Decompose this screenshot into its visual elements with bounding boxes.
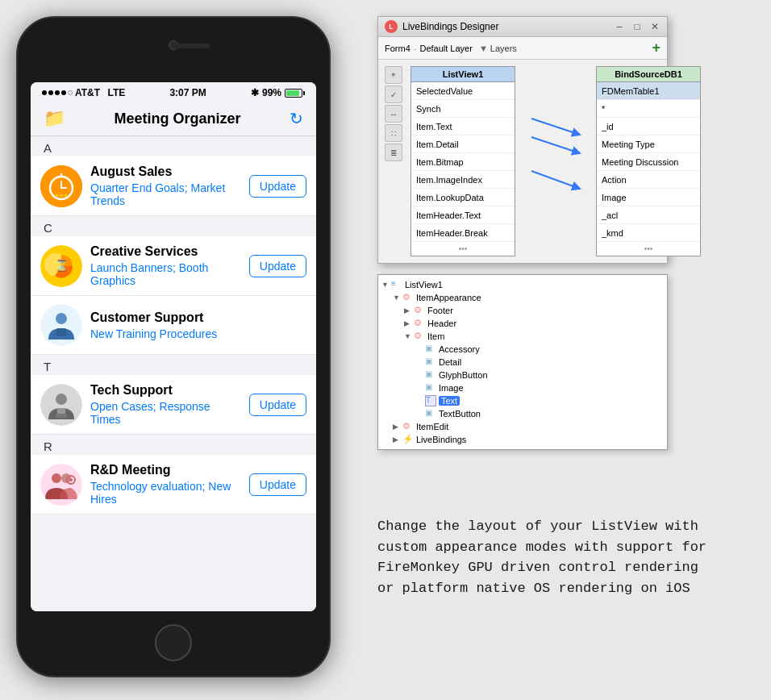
bs-row-fdmemtable[interactable]: FDMemTable1 bbox=[597, 82, 700, 100]
svg-rect-5 bbox=[55, 194, 58, 197]
section-header-t: T bbox=[31, 355, 316, 375]
svg-rect-12 bbox=[56, 328, 66, 336]
update-btn-tech-support[interactable]: Update bbox=[249, 394, 306, 416]
home-button[interactable] bbox=[155, 624, 192, 661]
description-text: Change the layout of your ListView with … bbox=[377, 516, 748, 598]
tree-itemedit[interactable]: ▶ ⚙ ItemEdit bbox=[381, 420, 664, 433]
tree-textbutton[interactable]: ▣ TextButton bbox=[381, 407, 664, 420]
bs-row-meetingdiscussion[interactable]: Meeting Discussion bbox=[597, 153, 700, 171]
item-icon-rd-meeting bbox=[40, 464, 82, 506]
tree-expand-lb[interactable]: ▶ bbox=[393, 435, 402, 444]
tree-livebindings[interactable]: ▶ ⚡ LiveBindings bbox=[381, 433, 664, 446]
tree-label-textbutton: TextButton bbox=[439, 409, 481, 419]
lv-row-itemimageindex[interactable]: Item.ImageIndex bbox=[411, 171, 515, 189]
tree-label-glyph: GlyphButton bbox=[439, 370, 488, 380]
window-buttons[interactable]: – □ ✕ bbox=[614, 21, 661, 32]
item-icon-tech-support bbox=[40, 384, 82, 426]
lv-row-synch[interactable]: Synch bbox=[411, 100, 515, 118]
tree-listview1[interactable]: ▼ ≡ ListView1 bbox=[381, 278, 664, 291]
desc-line1: Change the layout of your ListView with bbox=[377, 516, 748, 537]
svg-line-24 bbox=[531, 171, 580, 189]
bs-row-id[interactable]: _id bbox=[597, 118, 700, 135]
list-item-creative-services[interactable]: ⏳ Creative Services Launch Banners; Boot… bbox=[31, 236, 316, 296]
layout-tool[interactable]: ≣ bbox=[385, 144, 402, 161]
tree-expand-header[interactable]: ▶ bbox=[404, 319, 414, 327]
layers-button[interactable]: ▼ Layers bbox=[479, 44, 517, 53]
lv-row-itemheadertext[interactable]: ItemHeader.Text bbox=[411, 206, 515, 224]
signal-dot-2 bbox=[48, 90, 53, 95]
tree-expand-footer[interactable]: ▶ bbox=[404, 306, 414, 315]
tree-view: ▼ ≡ ListView1 ▼ ⚙ ItemAppearance ▶ ⚙ Foo… bbox=[377, 274, 668, 450]
cursor-tool[interactable]: ⌖ bbox=[385, 66, 402, 84]
side-toolbar: ⌖ ✓ ↔ ∷ ≣ bbox=[385, 66, 402, 256]
tree-header[interactable]: ▶ ⚙ Header bbox=[381, 317, 664, 330]
update-btn-rd-meeting[interactable]: Update bbox=[249, 473, 306, 496]
add-button[interactable]: + bbox=[652, 40, 661, 56]
bindsource-table: BindSourceDB1 FDMemTable1 * _id Meeting … bbox=[596, 66, 701, 256]
tree-label-header: Header bbox=[427, 319, 456, 328]
tree-item[interactable]: ▼ ⚙ Item bbox=[381, 330, 664, 343]
item-icon-customer-support bbox=[40, 304, 82, 346]
list-content[interactable]: A bbox=[31, 136, 316, 611]
svg-point-17 bbox=[40, 464, 82, 506]
svg-rect-7 bbox=[65, 194, 68, 197]
list-item-tech-support[interactable]: Tech Support Open Cases; Response Times … bbox=[31, 375, 316, 435]
lv-row-selectedvalue[interactable]: SelectedValue bbox=[411, 82, 515, 100]
folder-icon[interactable]: 📁 bbox=[44, 108, 65, 129]
bs-more[interactable]: ••• bbox=[597, 242, 700, 256]
lv-row-itemdetail[interactable]: Item.Detail bbox=[411, 135, 515, 153]
list-item-customer-support[interactable]: Customer Support New Training Procedures bbox=[31, 296, 316, 355]
lv-row-itembitmap[interactable]: Item.Bitmap bbox=[411, 153, 515, 171]
update-btn-creative-services[interactable]: Update bbox=[249, 255, 306, 277]
lv-row-itemheaderbreak[interactable]: ItemHeader.Break bbox=[411, 224, 515, 242]
close-btn[interactable]: ✕ bbox=[649, 21, 661, 32]
minimize-btn[interactable]: – bbox=[614, 21, 625, 32]
bs-row-meetingtype[interactable]: Meeting Type bbox=[597, 135, 700, 153]
bs-row-acl[interactable]: _acl bbox=[597, 206, 700, 224]
bs-row-star[interactable]: * bbox=[597, 100, 700, 118]
lv-row-itemlookupdata[interactable]: Item.LookupData bbox=[411, 189, 515, 206]
tree-footer[interactable]: ▶ ⚙ Footer bbox=[381, 304, 664, 317]
bs-row-image[interactable]: Image bbox=[597, 189, 700, 206]
bs-row-kmd[interactable]: _kmd bbox=[597, 224, 700, 242]
tree-icon-itemedit: ⚙ bbox=[402, 421, 414, 432]
tree-itemappearance[interactable]: ▼ ⚙ ItemAppearance bbox=[381, 291, 664, 304]
tree-expand-text bbox=[415, 397, 425, 405]
lv-row-itemtext[interactable]: Item.Text bbox=[411, 118, 515, 135]
grid-tool[interactable]: ∷ bbox=[385, 124, 402, 142]
tree-icon-glyph: ▣ bbox=[425, 369, 436, 381]
tree-text[interactable]: T Text bbox=[381, 394, 664, 407]
update-btn-august-sales[interactable]: Update bbox=[249, 175, 306, 198]
item-title-tech-support: Tech Support bbox=[90, 383, 241, 398]
status-bar: AT&T LTE 3:07 PM ✱ 99% bbox=[31, 82, 316, 102]
item-content-creative-services: Creative Services Launch Banners; Booth … bbox=[90, 244, 241, 287]
tree-image[interactable]: ▣ Image bbox=[381, 381, 664, 394]
tree-label-text: Text bbox=[439, 396, 460, 406]
tree-expand-itemapp[interactable]: ▼ bbox=[393, 294, 402, 302]
tree-glyphbutton[interactable]: ▣ GlyphButton bbox=[381, 369, 664, 381]
tree-expand-item[interactable]: ▼ bbox=[404, 332, 414, 340]
list-item-august-sales[interactable]: August Sales Quarter End Goals; Market T… bbox=[31, 156, 316, 216]
tree-icon-header: ⚙ bbox=[414, 318, 425, 329]
tree-detail[interactable]: ▣ Detail bbox=[381, 356, 664, 369]
item-content-rd-meeting: R&D Meeting Technology evaluation; New H… bbox=[90, 463, 241, 506]
svg-point-11 bbox=[56, 313, 67, 324]
link-tool[interactable]: ↔ bbox=[385, 105, 402, 123]
tree-accessory[interactable]: ▣ Accessory bbox=[381, 343, 664, 356]
lv-more[interactable]: ••• bbox=[411, 242, 515, 256]
item-title-rd-meeting: R&D Meeting bbox=[90, 463, 241, 477]
item-title-customer-support: Customer Support bbox=[90, 310, 306, 325]
tree-expand-listview1[interactable]: ▼ bbox=[381, 281, 391, 289]
tree-icon-footer: ⚙ bbox=[414, 305, 425, 316]
bs-row-action[interactable]: Action bbox=[597, 171, 700, 189]
hand-tool[interactable]: ✓ bbox=[385, 85, 402, 103]
maximize-btn[interactable]: □ bbox=[631, 21, 643, 32]
signal-dots bbox=[42, 90, 73, 95]
tree-icon-lb: ⚡ bbox=[402, 434, 414, 445]
item-detail-tech-support: Open Cases; Response Times bbox=[90, 400, 241, 426]
tree-expand-textbutton bbox=[415, 410, 425, 418]
tree-expand-itemedit[interactable]: ▶ bbox=[393, 423, 402, 431]
refresh-icon[interactable]: ↻ bbox=[290, 109, 303, 128]
list-item-rd-meeting[interactable]: R&D Meeting Technology evaluation; New H… bbox=[31, 455, 316, 515]
signal-dot-1 bbox=[42, 90, 47, 95]
